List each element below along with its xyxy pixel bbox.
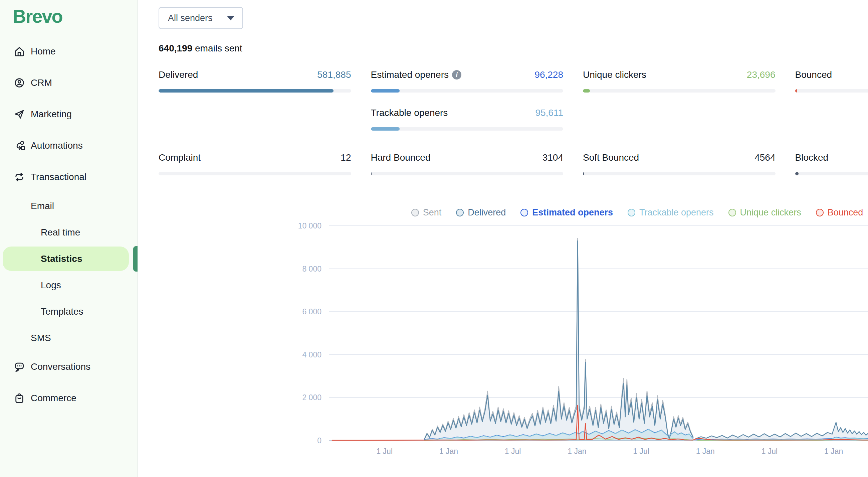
legend-item-bounced[interactable]: Bounced	[816, 207, 863, 218]
chevron-down-icon	[227, 16, 235, 20]
sidebar-item-sms[interactable]: SMS	[0, 325, 137, 351]
sidebar-item-logs[interactable]: Logs	[0, 272, 137, 298]
metric-progress-track	[583, 89, 776, 92]
sidebar-item-automations[interactable]: Automations	[0, 130, 137, 161]
sidebar-item-label: Marketing	[31, 109, 72, 120]
metric-progress-fill	[159, 89, 334, 92]
y-axis-tick-label: 4 000	[302, 350, 321, 359]
brevo-logo: Brevo	[13, 5, 137, 27]
metric-progress-fill	[583, 172, 584, 175]
sidebar-item-label: CRM	[31, 78, 52, 88]
metric-value: 4564	[754, 152, 775, 163]
sidebar: Brevo HomeCRMMarketingAutomationsTransac…	[0, 0, 137, 477]
metric-progress-fill	[371, 172, 372, 175]
sidebar-nav: HomeCRMMarketingAutomationsTransactional…	[0, 36, 137, 414]
metric-label: Unique clickers	[583, 69, 646, 80]
sidebar-item-conversations[interactable]: Conversations	[0, 351, 137, 383]
legend-dot	[411, 209, 419, 216]
metric-value: 23,696	[747, 69, 776, 80]
legend-label: Sent	[423, 207, 442, 218]
metric-label: Hard Bounced	[371, 152, 431, 163]
metric-progress-track	[159, 89, 351, 92]
sidebar-item-commerce[interactable]: Commerce	[0, 383, 137, 414]
chart-area: 02 0004 0006 0008 00010 0001 Jul1 Jan1 J…	[159, 222, 868, 456]
legend-label: Delivered	[468, 207, 506, 218]
legend-dot	[456, 209, 464, 216]
legend-label: Unique clickers	[740, 207, 801, 218]
sidebar-item-transactional[interactable]: Transactional	[0, 161, 137, 193]
sidebar-item-label: Statistics	[41, 254, 83, 264]
automations-icon	[13, 140, 25, 152]
sidebar-item-label: Conversations	[31, 361, 90, 372]
metric-label: Delivered	[159, 69, 198, 80]
metric-card-complaint: Complaint 12	[159, 152, 351, 175]
x-axis-tick-label: 1 Jul	[633, 447, 649, 456]
legend-dot	[816, 209, 824, 216]
sidebar-item-email[interactable]: Email	[0, 193, 137, 219]
legend-item-sent[interactable]: Sent	[411, 207, 442, 218]
metric-progress-track	[795, 172, 868, 175]
metric-value: 95,611	[535, 108, 563, 118]
legend-dot	[521, 209, 528, 216]
shopping-bag-icon	[13, 392, 25, 404]
metric-label: Trackable openers	[371, 108, 448, 118]
metric-card-soft-bounced: Soft Bounced 4564	[583, 152, 776, 175]
legend-item-estimated-openers[interactable]: Estimated openers	[521, 207, 613, 218]
metric-progress-fill	[795, 89, 798, 92]
sidebar-item-label: Templates	[41, 306, 84, 317]
metric-card-hard-bounced: Hard Bounced 3104	[371, 152, 563, 175]
y-axis-tick-label: 8 000	[302, 265, 321, 273]
x-axis-tick-label: 1 Jul	[376, 447, 393, 456]
sidebar-item-label: Email	[31, 201, 54, 211]
emails-sent-total: 640,199	[159, 43, 192, 54]
legend-label: Bounced	[828, 207, 863, 218]
legend-item-delivered[interactable]: Delivered	[456, 207, 506, 218]
metric-progress-fill	[371, 89, 400, 92]
metric-card-estimated-openers: Estimated openersi 96,228 Trackable open…	[371, 69, 563, 130]
senders-filter-label: All senders	[168, 13, 213, 23]
transactional-icon	[13, 171, 25, 183]
metric-progress-track	[795, 89, 868, 92]
info-icon[interactable]: i	[452, 70, 461, 80]
sidebar-item-label: Home	[31, 46, 56, 57]
metric-progress-track	[159, 172, 351, 175]
metric-progress-track	[583, 172, 776, 175]
summary-row: 640,199 emails sent ? Explain these metr…	[159, 43, 868, 54]
metric-card-trackable-openers: Trackable openers 95,611	[371, 107, 563, 130]
metric-progress-fill	[371, 127, 400, 130]
senders-filter-select[interactable]: All senders	[159, 7, 243, 29]
y-axis-tick-label: 6 000	[302, 307, 321, 316]
metric-value: 96,228	[534, 69, 563, 80]
x-axis-tick-label: 1 Jan	[439, 447, 458, 456]
metric-progress-fill	[583, 89, 590, 92]
sidebar-item-statistics[interactable]: Statistics	[0, 245, 137, 272]
legend-item-unique-clickers[interactable]: Unique clickers	[728, 207, 801, 218]
chat-bubble-icon	[13, 361, 25, 373]
sidebar-item-label: Transactional	[31, 172, 87, 182]
legend-label: Trackable openers	[639, 207, 714, 218]
sidebar-item-marketing[interactable]: Marketing	[0, 98, 137, 130]
metric-card-delivered: Delivered 581,885	[159, 69, 351, 130]
y-axis-tick-label: 2 000	[302, 393, 321, 402]
metric-value: 581,885	[317, 69, 351, 80]
sidebar-item-label: Automations	[31, 140, 83, 151]
x-axis-tick-label: 1 Jul	[505, 447, 521, 456]
sidebar-item-label: Commerce	[31, 393, 76, 404]
legend-dot	[628, 209, 635, 216]
metric-label: Soft Bounced	[583, 152, 639, 163]
metric-label: Complaint	[159, 152, 200, 163]
x-axis-tick-label: 1 Jan	[824, 447, 843, 456]
legend-label: Estimated openers	[532, 207, 613, 218]
emails-sent-summary: 640,199 emails sent	[159, 43, 242, 54]
chart-legend: Sent Delivered Estimated openers Trackab…	[308, 207, 868, 218]
sidebar-item-real-time[interactable]: Real time	[0, 219, 137, 245]
sidebar-item-crm[interactable]: CRM	[0, 67, 137, 98]
metrics-row-2: Complaint 12 Hard Bounced 3104 Soft Boun…	[159, 152, 868, 175]
legend-item-trackable-openers[interactable]: Trackable openers	[628, 207, 714, 218]
x-axis-tick-label: 1 Jan	[567, 447, 586, 456]
metric-progress-track	[371, 89, 563, 92]
metric-progress-track	[371, 127, 563, 130]
sidebar-item-label: Logs	[41, 280, 61, 291]
sidebar-item-templates[interactable]: Templates	[0, 298, 137, 325]
sidebar-item-home[interactable]: Home	[0, 36, 137, 67]
